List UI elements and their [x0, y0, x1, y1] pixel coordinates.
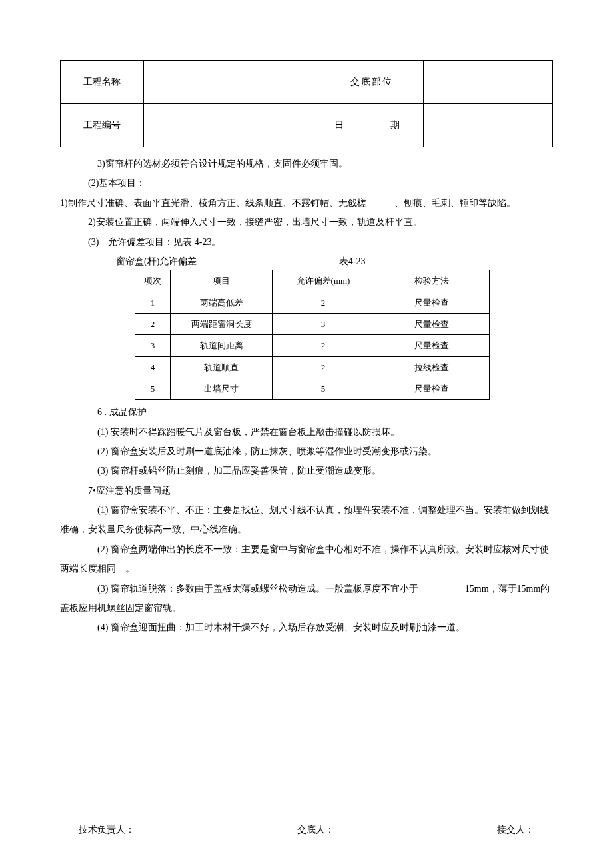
tol-cell: 2 — [273, 335, 374, 356]
sign-receive: 接交人： — [497, 824, 534, 836]
sign-disclose: 交底人： — [297, 824, 334, 836]
tol-cell: 5 — [273, 378, 374, 399]
sec7-3: (3) 窗帘轨道脱落：多数由于盖板太薄或螺丝松动造成。一般盖板厚度不宜小于 15… — [60, 579, 553, 618]
para-basic-2: 2)安装位置正确，两端伸入尺寸一致，接缝严密，出墙尺寸一致，轨道及杆平直。 — [60, 213, 553, 232]
sec6-title: 6 . 成品保护 — [60, 402, 553, 422]
document-page: 工程名称 交底部位 工程编号 日 期 3)窗帘杆的选材必须符合设计规定的规格，支… — [30, 0, 583, 863]
tol-cell: 尺量检查 — [374, 313, 490, 334]
tol-table-caption: 窗帘盒(杆)允许偏差 表4-23 — [60, 252, 553, 271]
para-3: 3)窗帘杆的选材必须符合设计规定的规格，支固件必须牢固。 — [60, 154, 553, 173]
header-cell-date-label: 日 期 — [320, 104, 424, 147]
tol-cell: 两端距窗洞长度 — [171, 313, 273, 334]
table-row: 1 两端高低差 2 尺量检查 — [135, 292, 490, 313]
header-cell-date-value — [424, 104, 553, 147]
tol-cell: 尺量检查 — [374, 292, 490, 313]
sec7-title: 7•应注意的质量问题 — [60, 481, 553, 500]
tol-cell: 5 — [135, 378, 171, 399]
signature-footer: 技术负责人： 交底人： 接交人： — [60, 824, 553, 836]
para-basic-1: 1)制作尺寸准确、表面平直光滑、棱角方正、线条顺直、不露钉帽、无戗槎 、刨痕、毛… — [60, 193, 553, 213]
tol-cell: 尺量检查 — [374, 335, 490, 356]
tol-cell: 1 — [135, 292, 171, 313]
sec7-2: (2) 窗帘盒两端伸出的长度不一致：主要是窗中与窗帘盒中心相对不准，操作不认真所… — [60, 540, 553, 579]
table-row: 3 轨道间距离 2 尺量检查 — [135, 335, 490, 356]
body-text: 3)窗帘杆的选材必须符合设计规定的规格，支固件必须牢固。 (2)基本项目： 1)… — [60, 154, 553, 638]
tol-table-name: 窗帘盒(杆)允许偏差 — [116, 256, 197, 266]
header-table: 工程名称 交底部位 工程编号 日 期 — [60, 60, 553, 147]
header-cell-eng-no-value — [144, 104, 320, 147]
header-row-1: 工程名称 交底部位 — [61, 61, 553, 104]
sec7-1: (1) 窗帘盒安装不平、不正：主要是找位、划尺寸线不认真，预埋件安装不准，调整处… — [60, 500, 553, 540]
tol-h-3: 检验方法 — [374, 270, 490, 292]
tolerance-table: 项次 项目 允许偏差(mm) 检验方法 1 两端高低差 2 尺量检查 2 两端距… — [135, 270, 490, 400]
header-cell-eng-name-label: 工程名称 — [61, 61, 144, 104]
header-cell-part-label: 交底部位 — [320, 61, 424, 104]
tol-header-row: 项次 项目 允许偏差(mm) 检验方法 — [135, 270, 490, 292]
tol-cell: 3 — [273, 313, 374, 334]
table-row: 4 轨道顺直 2 拉线检查 — [135, 356, 490, 378]
tol-cell: 轨道顺直 — [171, 356, 273, 378]
table-row: 2 两端距窗洞长度 3 尺量检查 — [135, 313, 490, 334]
sec7-4: (4) 窗帘盒迎面扭曲：加工时木材干燥不好，入场后存放受潮、安装时应及时刷油漆一… — [60, 618, 553, 637]
table-row: 5 出墙尺寸 5 尺量检查 — [135, 378, 490, 399]
tol-h-0: 项次 — [135, 270, 171, 292]
sec6-3: (3) 窗帘杆或铅丝防止刻痕，加工品应妥善保管，防止受潮造成变形。 — [60, 461, 553, 480]
header-cell-eng-no-label: 工程编号 — [61, 104, 144, 147]
tol-cell: 轨道间距离 — [171, 335, 273, 356]
tol-cell: 尺量检查 — [374, 378, 490, 399]
para-basic-title: (2)基本项目： — [60, 173, 553, 193]
header-cell-part-value — [424, 61, 553, 104]
tol-h-1: 项目 — [171, 270, 273, 292]
tol-cell: 2 — [273, 356, 374, 378]
tol-cell: 2 — [135, 313, 171, 334]
header-cell-eng-name-value — [144, 61, 320, 104]
sign-tech-lead: 技术负责人： — [79, 824, 135, 836]
tol-h-2: 允许偏差(mm) — [273, 270, 374, 292]
tol-cell: 出墙尺寸 — [171, 378, 273, 399]
tol-cell: 4 — [135, 356, 171, 378]
para-tol-title: (3) 允许偏差项目：见表 4-23。 — [60, 232, 553, 252]
sec6-2: (2) 窗帘盒安装后及时刷一道底油漆，防止抹灰、喷浆等湿作业时受潮变形或污染。 — [60, 442, 553, 461]
tol-table-number: 表4-23 — [339, 252, 366, 271]
tol-cell: 2 — [273, 292, 374, 313]
tol-cell: 拉线检查 — [374, 356, 490, 378]
tol-cell: 3 — [135, 335, 171, 356]
header-row-2: 工程编号 日 期 — [61, 104, 553, 147]
tol-cell: 两端高低差 — [171, 292, 273, 313]
sec6-1: (1) 安装时不得踩踏暖气片及窗台板，严禁在窗台板上敲击撞碰以防损坏。 — [60, 422, 553, 442]
